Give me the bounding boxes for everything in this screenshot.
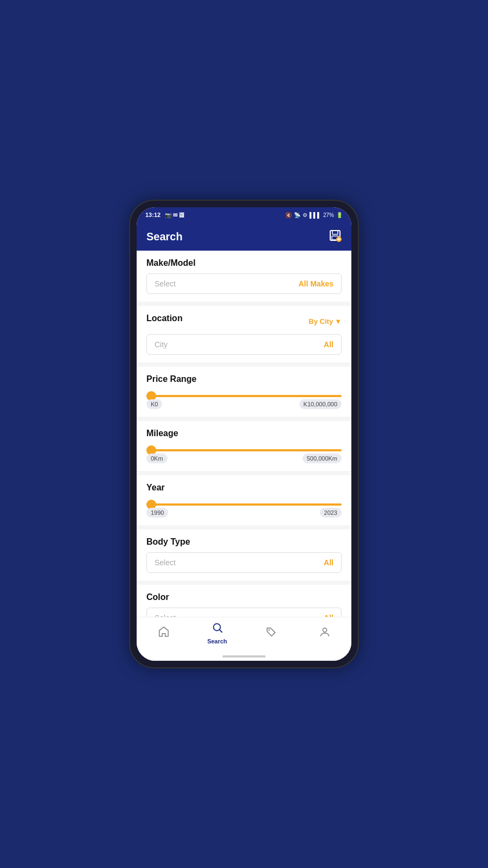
home-icon [158, 626, 170, 641]
color-select[interactable]: Select All [146, 608, 342, 617]
year-slider-container: 1990 2023 [146, 498, 342, 518]
price-min-slider[interactable] [146, 395, 342, 397]
city-placeholder: City [155, 340, 168, 349]
status-icons: 🔇 📡 ⚙ ▌▌▌ 27% 🔋 [285, 212, 343, 218]
mileage-max-label: 500,000Km [303, 454, 342, 463]
home-bar [137, 652, 351, 661]
body-type-placeholder: Select [155, 558, 176, 567]
svg-point-6 [323, 628, 326, 631]
nav-profile[interactable] [298, 626, 351, 641]
body-type-select[interactable]: Select All [146, 552, 342, 573]
page-title: Search [146, 231, 183, 243]
mileage-min-label: 0Km [146, 454, 168, 463]
search-nav-label: Search [207, 638, 227, 644]
svg-point-5 [268, 629, 269, 630]
body-type-value: All [324, 558, 333, 567]
price-min-label: K0 [146, 399, 162, 409]
year-max-label: 2023 [320, 508, 342, 518]
mileage-title: Mileage [146, 429, 342, 438]
year-section: Year 1990 2023 [137, 475, 351, 525]
year-min-slider[interactable] [146, 503, 342, 506]
person-icon [319, 626, 331, 641]
price-range-title: Price Range [146, 374, 342, 384]
make-model-select[interactable]: Select All Makes [146, 273, 342, 294]
status-bar: 13:12 📷 ✉ 🖼 🔇 📡 ⚙ ▌▌▌ 27% 🔋 [137, 207, 351, 222]
body-type-title: Body Type [146, 537, 342, 547]
status-time: 13:12 📷 ✉ 🖼 [145, 212, 184, 218]
nav-search[interactable]: Search [190, 622, 244, 644]
chevron-down-icon: ▼ [335, 317, 342, 326]
year-min-label: 1990 [146, 508, 168, 518]
nav-home[interactable] [137, 626, 190, 641]
location-title: Location [146, 314, 183, 323]
make-model-value: All Makes [298, 279, 333, 288]
city-value: All [324, 340, 333, 349]
price-range-slider-container: K0 K10,000,000 [146, 390, 342, 409]
mileage-section: Mileage 0Km 500,000Km [137, 421, 351, 471]
body-type-section: Body Type Select All [137, 529, 351, 580]
make-model-section: Make/Model Select All Makes [137, 251, 351, 302]
year-title: Year [146, 483, 342, 493]
nav-tags[interactable] [244, 626, 298, 641]
price-range-section: Price Range K0 K10,000,000 [137, 367, 351, 417]
price-max-label: K10,000,000 [299, 399, 342, 409]
home-bar-line [222, 655, 266, 658]
by-city-button[interactable]: By City ▼ [309, 317, 342, 326]
main-content: Make/Model Select All Makes Location By … [137, 251, 351, 617]
save-filter-icon[interactable] [329, 229, 342, 245]
app-header: Search [137, 222, 351, 251]
location-section: Location By City ▼ City All [137, 306, 351, 362]
tag-icon [265, 626, 277, 641]
bottom-nav: Search [137, 617, 351, 652]
color-title: Color [146, 592, 342, 602]
make-model-title: Make/Model [146, 258, 342, 268]
make-model-placeholder: Select [155, 279, 176, 288]
mileage-slider-container: 0Km 500,000Km [146, 444, 342, 463]
color-section: Color Select All [137, 585, 351, 617]
city-select[interactable]: City All [146, 334, 342, 355]
location-header: Location By City ▼ [146, 314, 342, 329]
search-icon [211, 622, 223, 636]
svg-rect-1 [332, 231, 338, 234]
mileage-min-slider[interactable] [146, 449, 342, 451]
